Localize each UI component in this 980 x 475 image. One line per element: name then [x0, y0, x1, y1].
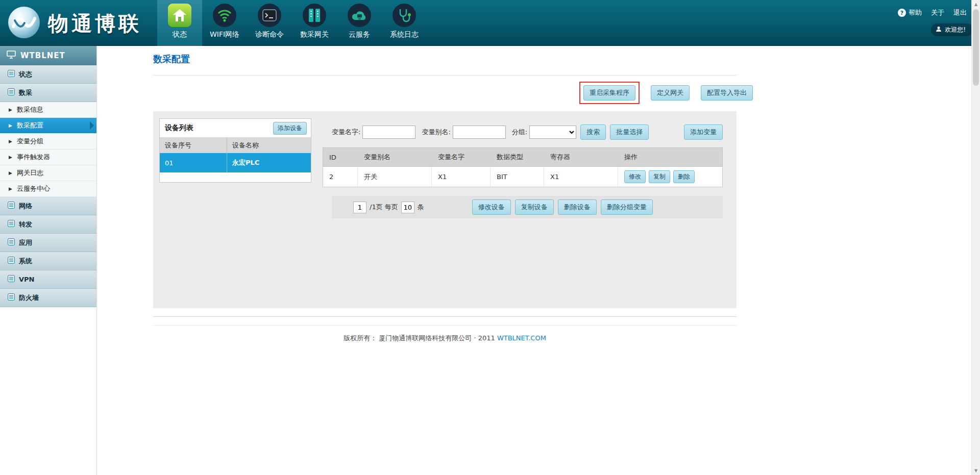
sidebar-item-cloud-center[interactable]: ▶ 云服务中心 [0, 181, 96, 197]
device-list-empty-space [160, 172, 311, 182]
home-icon [168, 4, 191, 27]
restart-collector-button[interactable]: 重启采集程序 [583, 85, 635, 101]
delete-group-vars-button[interactable]: 删除分组变量 [601, 199, 653, 215]
sidebar-item-label: 状态 [19, 70, 32, 79]
sidebar-title: WTBLNET [20, 51, 65, 60]
sidebar-item-status[interactable]: 状态 [0, 65, 96, 84]
sidebar-item-dataacq-config[interactable]: ▶ 数采配置 [0, 118, 96, 134]
tab-wifi-network[interactable]: WIFI网络 [202, 0, 247, 46]
page-size-suffix-text: 条 [418, 203, 424, 212]
search-button[interactable]: 搜索 [580, 124, 606, 140]
tab-label: 数采网关 [300, 30, 329, 39]
sidebar-item-event-trigger[interactable]: ▶ 事件触发器 [0, 149, 96, 165]
device-serial-column: 设备序号 [160, 138, 227, 153]
variables-table: ID 变量别名 变量名字 数据类型 寄存器 操作 2 开关 X1 BIT X1 … [323, 147, 723, 187]
brand-logo-icon [7, 6, 41, 41]
sidebar-item-variable-group[interactable]: ▶ 变量分组 [0, 134, 96, 149]
config-import-export-button[interactable]: 配置导入导出 [701, 85, 753, 101]
sidebar-item-network[interactable]: 网络 [0, 197, 96, 215]
cell-datatype: BIT [491, 167, 544, 187]
welcome-text: 欢迎您! [945, 26, 966, 34]
sidebar-item-label: 事件触发器 [17, 153, 50, 162]
header-utility-links: ? 帮助 关于 退出 [898, 8, 967, 17]
about-link[interactable]: 关于 [931, 8, 944, 17]
sidebar: WTBLNET 状态 数采 ▶ 数采信息 ▶ 数采配置 ▶ 变量分组 ▶ 事件触… [0, 46, 97, 475]
sidebar-item-data-acquisition[interactable]: 数采 [0, 84, 96, 102]
welcome-badge[interactable]: 欢迎您! [931, 23, 973, 36]
variable-row[interactable]: 2 开关 X1 BIT X1 修改 复制 删除 [323, 167, 723, 187]
col-datatype: 数据类型 [491, 148, 544, 166]
edit-device-button[interactable]: 修改设备 [472, 199, 511, 215]
monitor-icon [7, 51, 16, 61]
device-list-title: 设备列表 [165, 123, 193, 133]
add-device-button[interactable]: 添加设备 [273, 122, 307, 135]
logout-link[interactable]: 退出 [953, 8, 967, 17]
device-serial: 01 [160, 153, 227, 172]
scrollbar-thumb[interactable] [973, 9, 979, 86]
sidebar-item-label: 变量分组 [17, 137, 43, 146]
var-name-input[interactable] [362, 126, 415, 139]
list-icon [8, 202, 15, 210]
footer-link[interactable]: WTBLNET.COM [497, 334, 546, 342]
row-copy-button[interactable]: 复制 [649, 170, 670, 183]
copyright-text: 版权所有： 厦门物通博联网络科技有限公司 · 2011 [344, 334, 495, 342]
tab-status[interactable]: 状态 [157, 0, 202, 46]
list-icon [8, 70, 15, 79]
sidebar-item-dataacq-info[interactable]: ▶ 数采信息 [0, 102, 96, 118]
row-delete-button[interactable]: 删除 [673, 170, 695, 183]
cloud-icon [348, 4, 371, 27]
help-icon: ? [898, 9, 906, 17]
device-name-column: 设备名称 [227, 138, 311, 153]
sidebar-item-firewall[interactable]: 防火墙 [0, 289, 96, 307]
tab-cloud-service[interactable]: 云服务 [337, 0, 382, 46]
row-edit-button[interactable]: 修改 [624, 170, 646, 183]
list-icon [8, 220, 15, 229]
scroll-down-arrow[interactable]: ▼ [972, 466, 980, 475]
page-size-input[interactable] [401, 202, 414, 213]
caret-right-icon: ▶ [9, 186, 12, 191]
user-icon [936, 26, 942, 34]
list-icon [8, 88, 15, 97]
sidebar-item-gateway-log[interactable]: ▶ 网关日志 [0, 165, 96, 181]
define-gateway-button[interactable]: 定义网关 [651, 85, 690, 101]
sidebar-item-application[interactable]: 应用 [0, 234, 96, 252]
tab-system-log[interactable]: 系统日志 [382, 0, 427, 46]
variable-filter-bar: 变量名字: 变量别名: 分组: 搜索 批量选择 添加变量 [332, 125, 723, 139]
sidebar-item-vpn[interactable]: VPN [0, 270, 96, 289]
vertical-scrollbar[interactable]: ▲ ▼ [971, 0, 980, 475]
group-label: 分组: [512, 128, 527, 137]
page-action-buttons: 重启采集程序 定义网关 配置导入导出 [579, 82, 753, 104]
tab-label: 云服务 [349, 30, 370, 39]
col-id: ID [323, 148, 358, 166]
brand-logo: 物通博联 [7, 6, 142, 41]
device-row-selected[interactable]: 01 永宏PLC [160, 153, 311, 172]
group-select[interactable] [529, 126, 576, 139]
divider [153, 75, 737, 76]
var-alias-input[interactable] [453, 126, 506, 139]
copy-device-button[interactable]: 复制设备 [515, 199, 554, 215]
tab-data-gateway[interactable]: 数采网关 [292, 0, 337, 46]
sidebar-item-label: 数采信息 [17, 105, 43, 114]
pagination-bar: /1页 每页 条 修改设备 复制设备 删除设备 删除分组变量 [332, 196, 723, 218]
sidebar-item-system[interactable]: 系统 [0, 252, 96, 270]
cell-register: X1 [544, 167, 618, 187]
add-variable-button[interactable]: 添加变量 [684, 124, 723, 140]
device-table-header: 设备序号 设备名称 [160, 138, 311, 153]
page-input[interactable] [353, 202, 366, 213]
cell-alias: 开关 [358, 167, 432, 187]
delete-device-button[interactable]: 删除设备 [558, 199, 597, 215]
batch-select-button[interactable]: 批量选择 [610, 124, 649, 140]
sidebar-item-forwarding[interactable]: 转发 [0, 215, 96, 234]
tab-diagnostic-command[interactable]: 诊断命令 [247, 0, 292, 46]
help-link[interactable]: ? 帮助 [898, 8, 922, 17]
page-suffix-text: /1页 每页 [370, 203, 398, 212]
list-icon [8, 257, 15, 265]
list-icon [8, 293, 15, 302]
col-operations: 操作 [618, 148, 722, 166]
divider [153, 325, 737, 326]
sidebar-header: WTBLNET [0, 46, 96, 65]
sidebar-item-label: 防火墙 [19, 293, 39, 303]
scroll-up-arrow[interactable]: ▲ [972, 0, 980, 9]
sidebar-item-label: 转发 [19, 220, 32, 229]
tab-label: 系统日志 [390, 30, 419, 39]
